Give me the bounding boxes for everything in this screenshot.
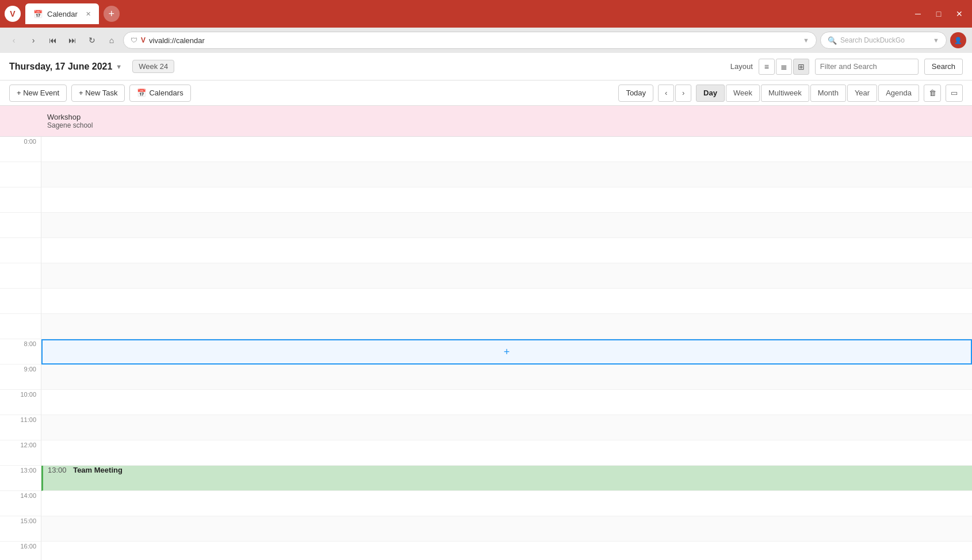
time-slot-1500: 15:00	[0, 516, 41, 542]
search-icon: 🔍	[828, 36, 837, 45]
tab-close[interactable]: ✕	[86, 10, 91, 18]
add-event-plus-icon[interactable]: +	[504, 346, 510, 358]
today-button[interactable]: Today	[618, 85, 653, 102]
hour-row-15[interactable]	[41, 516, 972, 542]
new-event-button[interactable]: + New Event	[9, 85, 67, 102]
search-placeholder: Search DuckDuckGo	[840, 36, 905, 44]
date-dropdown-icon: ▼	[116, 63, 122, 70]
first-page-button[interactable]: ⏮	[45, 32, 61, 48]
hour-row-13[interactable]: 13:00 Team Meeting	[41, 466, 972, 491]
prev-date-button[interactable]: ‹	[658, 85, 674, 102]
calendar-tab-icon: 📅	[33, 10, 43, 18]
time-slot-0200	[0, 187, 41, 213]
time-grid: 0:00 8:00 9:00 10:00 11:00 12:00 13:00 1…	[0, 137, 972, 560]
hour-row-0[interactable]	[41, 137, 972, 162]
search-dropdown-icon[interactable]: ▼	[933, 37, 939, 44]
view-year-button[interactable]: Year	[847, 85, 877, 102]
time-slot-0500	[0, 263, 41, 289]
calendars-button[interactable]: 📅 Calendars	[129, 85, 190, 102]
next-date-button[interactable]: ›	[675, 85, 691, 102]
reload-button[interactable]: ↻	[84, 32, 100, 48]
hour-row-7[interactable]	[41, 314, 972, 339]
back-button[interactable]: ‹	[6, 32, 22, 48]
address-bar: ‹ › ⏮ ⏭ ↻ ⌂ 🛡 V vivaldi://calendar ▼ 🔍 S…	[0, 28, 972, 53]
hour-row-9[interactable]	[41, 365, 972, 390]
time-slot-1000: 10:00	[0, 390, 41, 415]
mini-view-button[interactable]: ▭	[946, 85, 963, 102]
time-slot-0100	[0, 162, 41, 187]
hour-row-1[interactable]	[41, 162, 972, 187]
allday-event-workshop[interactable]: Workshop Sagene school	[41, 109, 972, 133]
events-column: + 13:00 Team Meeting 19:00	[41, 137, 972, 560]
window-controls: ─ □ ✕	[910, 6, 967, 22]
view-day-button[interactable]: Day	[696, 85, 725, 102]
new-tab-button[interactable]: +	[104, 6, 120, 22]
view-multiweek-button[interactable]: Multiweek	[761, 85, 809, 102]
time-slot-1200: 12:00	[0, 440, 41, 466]
time-slot-1600: 16:00	[0, 542, 41, 560]
minimize-button[interactable]: ─	[910, 6, 926, 22]
hour-row-11[interactable]	[41, 415, 972, 440]
action-toolbar: + New Event + New Task 📅 Calendars Today…	[0, 80, 972, 106]
browser-search-box[interactable]: 🔍 Search DuckDuckGo ▼	[820, 32, 947, 49]
team-meeting-title: Team Meeting	[73, 466, 123, 474]
hour-row-4[interactable]	[41, 238, 972, 263]
hour-row-5[interactable]	[41, 263, 972, 289]
time-slot-0600	[0, 289, 41, 314]
home-button[interactable]: ⌂	[104, 32, 120, 48]
url-bar[interactable]: 🛡 V vivaldi://calendar ▼	[123, 32, 817, 49]
maximize-button[interactable]: □	[931, 6, 947, 22]
view-buttons: Day Week Multiweek Month Year Agenda	[696, 85, 919, 102]
week-badge: Week 24	[132, 60, 174, 73]
url-dropdown[interactable]: ▼	[803, 37, 809, 44]
hour-row-8[interactable]: +	[41, 339, 972, 365]
filter-search-input[interactable]	[815, 59, 919, 75]
time-column: 0:00 8:00 9:00 10:00 11:00 12:00 13:00 1…	[0, 137, 41, 560]
view-month-button[interactable]: Month	[810, 85, 846, 102]
hour-row-3[interactable]	[41, 213, 972, 238]
team-meeting-time: 13:00	[43, 463, 73, 477]
time-slot-1400: 14:00	[0, 491, 41, 516]
calendars-icon: 📅	[137, 89, 146, 97]
forward-button[interactable]: ›	[25, 32, 41, 48]
new-task-button[interactable]: + New Task	[71, 85, 125, 102]
title-bar: V 📅 Calendar ✕ + ─ □ ✕	[0, 0, 972, 28]
layout-btn-2[interactable]: ≣	[776, 59, 792, 75]
allday-area: Workshop Sagene school	[0, 106, 972, 137]
time-slot-1300: 13:00	[0, 466, 41, 491]
time-slot-1100: 11:00	[0, 415, 41, 440]
last-page-button[interactable]: ⏭	[64, 32, 81, 48]
hour-row-12[interactable]	[41, 440, 972, 466]
date-text: Thursday, 17 June 2021	[9, 62, 112, 72]
allday-event-title: Workshop	[47, 113, 966, 121]
date-heading[interactable]: Thursday, 17 June 2021 ▼	[9, 62, 122, 72]
layout-btn-1[interactable]: ≡	[759, 59, 775, 75]
user-avatar[interactable]: 👤	[950, 32, 966, 48]
time-slot-0000: 0:00	[0, 137, 41, 162]
delete-button[interactable]: 🗑	[924, 85, 941, 102]
hour-row-6[interactable]	[41, 289, 972, 314]
time-slot-0300	[0, 213, 41, 238]
shield-icon: 🛡	[131, 36, 137, 44]
date-nav-arrows: ‹ ›	[658, 85, 691, 102]
time-slot-0700	[0, 314, 41, 339]
layout-btn-3[interactable]: ⊞	[793, 59, 809, 75]
close-button[interactable]: ✕	[951, 6, 967, 22]
hour-row-14[interactable]	[41, 491, 972, 516]
day-grid: + 13:00 Team Meeting 19:00	[41, 137, 972, 560]
allday-event-subtitle: Sagene school	[47, 121, 966, 129]
view-agenda-button[interactable]: Agenda	[878, 85, 919, 102]
browser-tab[interactable]: 📅 Calendar ✕	[25, 3, 99, 24]
tab-title: Calendar	[47, 10, 78, 18]
vivaldi-logo: V	[5, 6, 21, 22]
vivaldi-v-icon: V	[141, 36, 146, 44]
view-week-button[interactable]: Week	[726, 85, 760, 102]
hour-row-2[interactable]	[41, 187, 972, 213]
hour-row-10[interactable]	[41, 390, 972, 415]
search-button[interactable]: Search	[924, 59, 963, 75]
url-text: vivaldi://calendar	[149, 36, 205, 45]
time-slot-0400	[0, 238, 41, 263]
hour-row-16[interactable]	[41, 542, 972, 560]
layout-label: Layout	[730, 62, 753, 71]
calendar-date-toolbar: Thursday, 17 June 2021 ▼ Week 24 Layout …	[0, 53, 972, 80]
